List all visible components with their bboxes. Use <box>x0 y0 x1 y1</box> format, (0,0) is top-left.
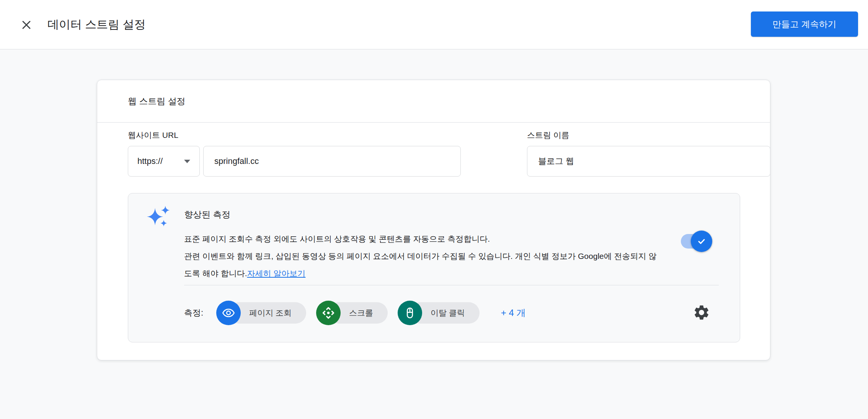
website-url-label: 웹사이트 URL <box>128 130 461 141</box>
panel-divider <box>184 285 719 285</box>
web-stream-card: 웹 스트림 설정 웹사이트 URL https:// 스트림 이름 <box>97 80 770 360</box>
chip-page-view: 페이지 조회 <box>216 301 306 325</box>
description-line-1: 표준 페이지 조회수 측정 외에도 사이트의 상호작용 및 콘텐츠를 자동으로 … <box>184 234 490 243</box>
stream-name-label: 스트림 이름 <box>527 130 770 141</box>
chevron-down-icon <box>184 160 190 163</box>
protocol-select[interactable]: https:// <box>128 146 200 177</box>
chip-scroll: 스크롤 <box>316 301 388 325</box>
close-button[interactable] <box>17 15 36 34</box>
gear-icon <box>693 304 710 321</box>
enhanced-measurement-panel: 향상된 측정 표준 페이지 조회수 측정 외에도 사이트의 상호작용 및 콘텐츠… <box>128 193 740 342</box>
measurement-settings-button[interactable] <box>692 303 711 322</box>
stream-name-group: 스트림 이름 <box>527 130 770 177</box>
description-line-3: 도록 해야 합니다. <box>184 269 247 278</box>
measure-label: 측정: <box>184 307 203 319</box>
eye-icon <box>216 301 241 325</box>
enhanced-measurement-title: 향상된 측정 <box>184 209 230 221</box>
chip-outbound-click: 이탈 클릭 <box>398 301 480 325</box>
protocol-value: https:// <box>137 156 163 166</box>
website-url-group: 웹사이트 URL https:// <box>128 130 461 177</box>
more-measurements-link[interactable]: + 4 개 <box>501 307 526 319</box>
scroll-icon <box>316 301 341 325</box>
enhanced-measurement-description: 표준 페이지 조회수 측정 외에도 사이트의 상호작용 및 콘텐츠를 자동으로 … <box>184 230 731 282</box>
description-line-2: 관련 이벤트와 함께 링크, 삽입된 동영상 등의 페이지 요소에서 데이터가 … <box>184 252 656 260</box>
close-icon <box>20 18 33 32</box>
create-and-continue-button[interactable]: 만들고 계속하기 <box>751 11 858 37</box>
section-title: 웹 스트림 설정 <box>97 80 770 123</box>
page-title: 데이터 스트림 설정 <box>47 0 146 49</box>
stream-name-input[interactable] <box>527 146 770 177</box>
sparkle-icon <box>146 203 172 229</box>
mouse-icon <box>398 301 422 325</box>
learn-more-link[interactable]: 자세히 알아보기 <box>247 269 306 278</box>
toggle-thumb-checked <box>691 231 712 252</box>
stream-form: 웹사이트 URL https:// 스트림 이름 <box>128 130 739 191</box>
measurement-chips-row: 측정: 페이지 조회 <box>184 301 526 325</box>
dialog-header: 데이터 스트림 설정 만들고 계속하기 <box>0 0 868 49</box>
website-url-input[interactable] <box>203 146 461 177</box>
enhanced-measurement-toggle[interactable] <box>681 231 711 252</box>
